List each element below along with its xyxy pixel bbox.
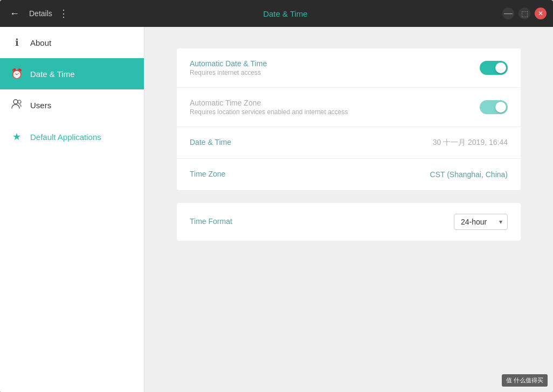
timezone-label: Time Zone (190, 170, 430, 178)
sidebar-label-date-time: Date & Time (30, 69, 75, 79)
auto-timezone-row: Automatic Time Zone Requires location se… (177, 88, 521, 127)
minimize-button[interactable]: — (502, 8, 514, 19)
titlebar-section-title: Details (29, 9, 52, 18)
main-content: Automatic Date & Time Requires internet … (144, 27, 553, 392)
time-format-info: Time Format (190, 217, 454, 227)
maximize-button[interactable]: ⬚ (519, 8, 530, 19)
auto-date-time-toggle[interactable] (480, 61, 508, 75)
sidebar-item-about[interactable]: ℹ About (0, 27, 144, 58)
menu-dots-button[interactable]: ⋮ (59, 8, 68, 19)
datetime-settings-card: Automatic Date & Time Requires internet … (177, 48, 521, 190)
auto-timezone-info: Automatic Time Zone Requires location se… (190, 99, 480, 116)
sidebar-item-default-applications[interactable]: ★ Default Applications (0, 121, 144, 152)
date-time-display-row: Date & Time 30 十一月 2019, 16:44 (177, 127, 521, 159)
auto-timezone-subtitle: Requires location services enabled and i… (190, 108, 480, 116)
back-button[interactable]: ← (6, 5, 23, 22)
svg-point-0 (13, 100, 18, 104)
timezone-info: Time Zone (190, 170, 430, 179)
auto-date-time-subtitle: Requires internet access (190, 69, 480, 76)
clock-icon: ⏰ (11, 68, 23, 80)
titlebar: ← Details ⋮ Date & Time — ⬚ ✕ (0, 0, 553, 27)
time-format-dropdown-wrapper: 12-hour 24-hour ▾ (454, 214, 508, 230)
toggle-thumb (495, 62, 506, 73)
svg-point-1 (18, 100, 21, 103)
content-area: ℹ About ⏰ Date & Time Users (0, 27, 553, 392)
sidebar-label-users: Users (30, 101, 51, 110)
timezone-value: CST (Shanghai, China) (430, 170, 508, 179)
time-format-label: Time Format (190, 217, 454, 226)
info-icon: ℹ (11, 37, 23, 48)
sidebar-label-about: About (30, 38, 51, 47)
date-time-display-value: 30 十一月 2019, 16:44 (433, 138, 508, 148)
date-time-display-info: Date & Time (190, 138, 433, 148)
sidebar-item-users[interactable]: Users (0, 89, 144, 121)
sidebar-item-date-time[interactable]: ⏰ Date & Time (0, 58, 144, 89)
window-controls: — ⬚ ✕ (502, 8, 547, 19)
star-icon: ★ (11, 131, 23, 143)
toggle-thumb-tz (495, 102, 506, 113)
sidebar-label-default-applications: Default Applications (30, 132, 101, 142)
date-time-display-label: Date & Time (190, 138, 433, 146)
time-format-card: Time Format 12-hour 24-hour ▾ (177, 203, 521, 241)
sidebar: ℹ About ⏰ Date & Time Users (0, 27, 144, 392)
auto-date-time-info: Automatic Date & Time Requires internet … (190, 59, 480, 76)
auto-date-time-title: Automatic Date & Time (190, 59, 480, 68)
time-format-select[interactable]: 12-hour 24-hour (454, 214, 508, 230)
watermark: 值 什么值得买 (502, 374, 548, 387)
auto-timezone-title: Automatic Time Zone (190, 99, 480, 107)
users-icon (11, 99, 23, 111)
auto-timezone-toggle[interactable] (480, 100, 508, 114)
close-button[interactable]: ✕ (535, 8, 547, 19)
main-window: ← Details ⋮ Date & Time — ⬚ ✕ ℹ About ⏰ … (0, 0, 553, 392)
time-format-row: Time Format 12-hour 24-hour ▾ (177, 203, 521, 241)
auto-date-time-row: Automatic Date & Time Requires internet … (177, 48, 521, 88)
titlebar-center-title: Date & Time (68, 9, 502, 18)
timezone-row: Time Zone CST (Shanghai, China) (177, 159, 521, 190)
